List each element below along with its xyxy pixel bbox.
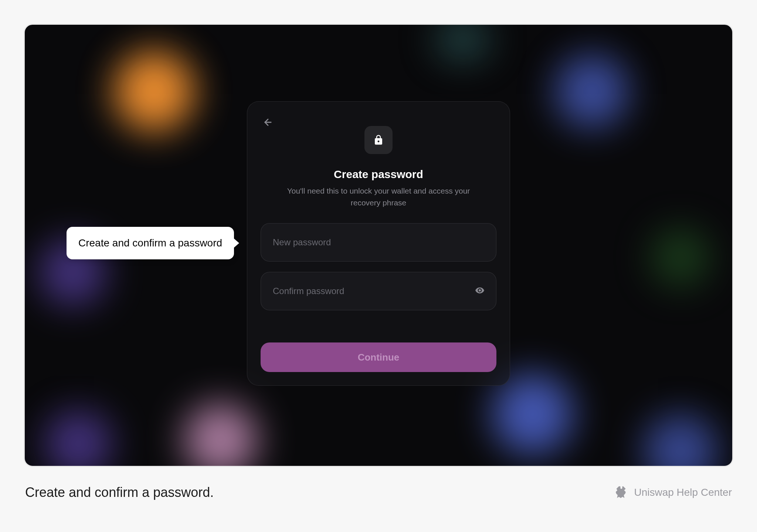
bg-orb bbox=[113, 51, 195, 132]
brand-text: Uniswap Help Center bbox=[634, 487, 732, 498]
new-password-input[interactable] bbox=[261, 223, 496, 262]
bg-orb bbox=[45, 410, 112, 467]
confirm-password-wrapper bbox=[261, 272, 496, 310]
caption-text: Create and confirm a password. bbox=[25, 485, 214, 500]
bg-orb bbox=[555, 54, 629, 128]
confirm-password-input[interactable] bbox=[261, 272, 496, 310]
modal-header: Create password You'll need this to unlo… bbox=[261, 126, 496, 208]
lock-icon bbox=[373, 134, 384, 146]
brand-label: Uniswap Help Center bbox=[614, 485, 732, 500]
app-window: Create password You'll need this to unlo… bbox=[24, 24, 733, 467]
modal-title: Create password bbox=[334, 168, 423, 181]
caption-row: Create and confirm a password. Uniswap H… bbox=[24, 485, 733, 500]
new-password-wrapper bbox=[261, 223, 496, 262]
bg-orb bbox=[184, 403, 258, 467]
continue-button[interactable]: Continue bbox=[261, 342, 496, 372]
unicorn-icon bbox=[614, 485, 629, 500]
toggle-visibility-button[interactable] bbox=[475, 286, 485, 297]
bg-orb bbox=[492, 374, 573, 455]
create-password-modal: Create password You'll need this to unlo… bbox=[247, 101, 510, 386]
password-fields bbox=[261, 223, 496, 310]
bg-orb bbox=[651, 228, 710, 287]
eye-icon bbox=[475, 286, 485, 295]
bg-orb bbox=[435, 24, 490, 62]
instruction-tooltip: Create and confirm a password bbox=[67, 227, 234, 259]
modal-subtitle: You'll need this to unlock your wallet a… bbox=[282, 185, 475, 208]
lock-icon-container bbox=[364, 126, 393, 154]
tooltip-text: Create and confirm a password bbox=[78, 237, 222, 249]
bg-orb bbox=[644, 414, 717, 467]
